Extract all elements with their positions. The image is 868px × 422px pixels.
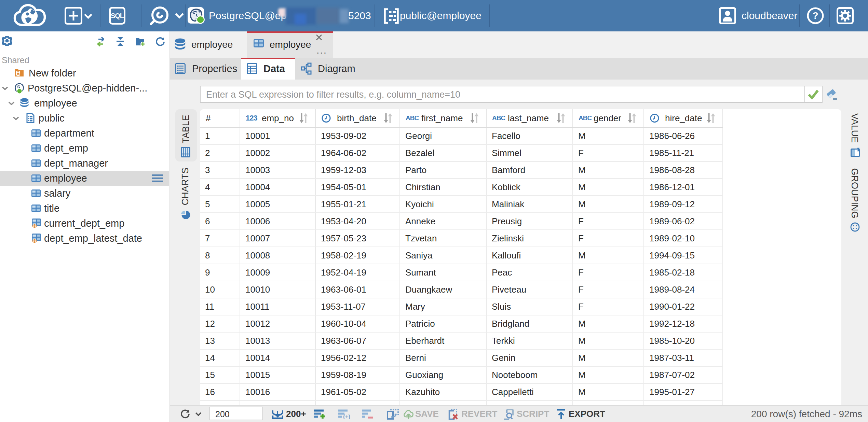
svg-text:?: ? — [812, 10, 818, 21]
svg-text:(+): (+) — [343, 413, 350, 419]
svg-text:SQL: SQL — [111, 12, 124, 19]
